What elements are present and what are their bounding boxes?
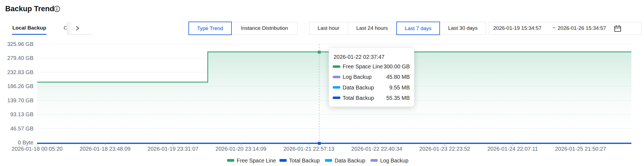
svg-text:325.96 GB: 325.96 GB bbox=[7, 41, 33, 47]
svg-text:Free Space Line: Free Space Line bbox=[237, 158, 276, 164]
svg-text:2026-01-18 00:05:20: 2026-01-18 00:05:20 bbox=[12, 146, 63, 152]
svg-text:93.13 GB: 93.13 GB bbox=[10, 111, 33, 117]
svg-text:2026-01-25 21:50:27: 2026-01-25 21:50:27 bbox=[555, 146, 606, 152]
svg-text:2026-01-18 23:48:09: 2026-01-18 23:48:09 bbox=[80, 146, 131, 152]
svg-text:Log Backup: Log Backup bbox=[380, 158, 408, 164]
svg-text:2026-01-19 23:31:07: 2026-01-19 23:31:07 bbox=[148, 146, 199, 152]
svg-text:Total Backup: Total Backup bbox=[289, 158, 320, 164]
svg-text:279.40 GB: 279.40 GB bbox=[7, 55, 33, 61]
svg-text:139.70 GB: 139.70 GB bbox=[7, 97, 33, 103]
svg-text:2026-01-21 22:57:13: 2026-01-21 22:57:13 bbox=[283, 146, 334, 152]
svg-text:2026-01-23 22:23:52: 2026-01-23 22:23:52 bbox=[419, 146, 470, 152]
svg-text:2026-01-20 23:14:09: 2026-01-20 23:14:09 bbox=[216, 146, 267, 152]
svg-text:0 Byte: 0 Byte bbox=[18, 139, 33, 145]
svg-text:2026-01-22 22:40:34: 2026-01-22 22:40:34 bbox=[351, 146, 402, 152]
svg-text:Data Backup: Data Backup bbox=[335, 158, 365, 164]
svg-text:46.57 GB: 46.57 GB bbox=[10, 126, 33, 132]
svg-text:232.83 GB: 232.83 GB bbox=[7, 69, 33, 75]
svg-text:2026-01-24 22:07:11: 2026-01-24 22:07:11 bbox=[487, 146, 538, 152]
svg-text:186.26 GB: 186.26 GB bbox=[7, 83, 33, 89]
